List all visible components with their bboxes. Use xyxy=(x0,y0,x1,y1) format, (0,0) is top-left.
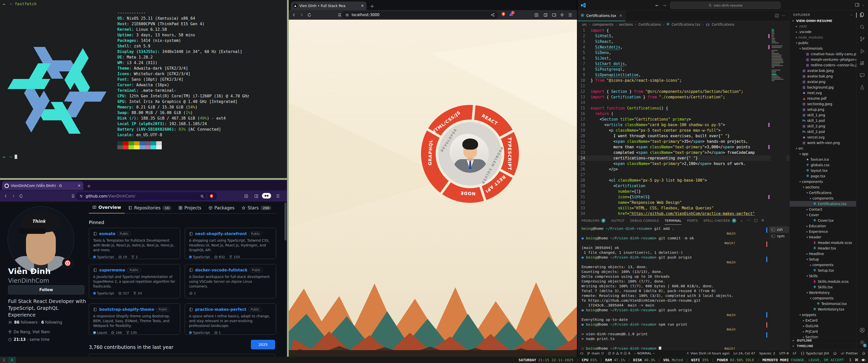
extension-icon[interactable]: 1 xyxy=(509,12,514,16)
timeline-section[interactable]: ▸TIMELINE xyxy=(790,343,856,349)
explorer-folder-snippets[interactable]: ▾snippets xyxy=(790,312,856,318)
code-line[interactable]: 21 <span className="text-primary">35</sp… xyxy=(578,139,789,144)
code-line[interactable]: 9 SiOpenapiinitiative, xyxy=(578,72,789,78)
portfolio-tab[interactable]: Vien Dinh • Full Stack Rea ✕ xyxy=(291,1,367,10)
code-editor[interactable]: 1import {2 SiHtml5,3 SiReact,4 SiNextdot… xyxy=(578,28,789,216)
code-line[interactable]: 12import { Section } from "@src/componen… xyxy=(578,89,789,94)
reading-mode-icon[interactable] xyxy=(533,11,540,19)
profile-tab-overview[interactable]: Overview xyxy=(89,205,125,213)
panel-tab-spell-checker[interactable]: SPELL CHECKER6 xyxy=(704,219,736,223)
sidebar-icon[interactable] xyxy=(541,11,549,19)
explorer-folder-certifications[interactable]: ▾Certifications xyxy=(790,190,856,196)
code-line[interactable]: 19 <p className="px-5 text-center prose … xyxy=(578,128,789,133)
explorer-file-sectionbg-jpeg[interactable]: ▨sectionbg.jpeg xyxy=(790,101,856,107)
code-line[interactable]: 32 name="Responsive Web Design" xyxy=(578,200,789,205)
explorer-folder-public[interactable]: ▾public xyxy=(790,40,856,46)
explorer-file-creative-haus-billy-canu-png[interactable]: ▨creative-haus--billy-canu.png xyxy=(790,51,856,57)
explorer-file-workhistory-tsx[interactable]: WorkHistory.tsx xyxy=(790,306,856,312)
feedback-icon[interactable] xyxy=(833,352,837,355)
explorer-file-skill-2-psd[interactable]: Psskill_2.psd xyxy=(790,129,856,134)
profile-tab-stars[interactable]: Stars268 xyxy=(238,205,275,213)
explorer-file-vercel-svg[interactable]: ◆vercel.svg xyxy=(790,134,856,140)
explorer-folder-contact[interactable]: ▸Contact xyxy=(790,207,856,212)
workspace-1[interactable]: 1 xyxy=(0,357,8,363)
panel-tab-problems[interactable]: PROBLEMS6 xyxy=(582,219,606,223)
code-line[interactable]: 20 I went through countless exercises, b… xyxy=(578,133,789,139)
code-line[interactable]: 34 href="https://github.com/VienDinhCom/… xyxy=(578,211,789,216)
menu-icon[interactable] xyxy=(274,192,282,200)
explorer-folder--next[interactable]: ▸.next xyxy=(790,24,856,29)
reload-icon[interactable] xyxy=(305,11,313,19)
explorer-folder-setup[interactable]: ▾Setup xyxy=(790,257,856,262)
forward-icon[interactable] xyxy=(9,192,17,200)
github-scrollbar[interactable] xyxy=(284,203,286,240)
back-icon[interactable] xyxy=(290,11,298,19)
profile-tab-projects[interactable]: Projects xyxy=(175,205,205,213)
menu-icon[interactable] xyxy=(566,11,574,19)
panel-tab-ports[interactable]: PORTS xyxy=(687,219,698,223)
panel-tab-terminal[interactable]: TERMINAL xyxy=(664,216,681,225)
activitybar-scm-icon[interactable] xyxy=(860,36,865,43)
explorer-file-morph-ventures-phalgun-raju-j-[interactable]: ▨morph-ventures--phalgun-raju.j... xyxy=(790,57,856,62)
year-2025-button[interactable]: 2025 xyxy=(251,340,275,350)
workspace-3[interactable]: 3 xyxy=(8,357,16,363)
code-line[interactable]: 17 <Section title="Certifications" prima… xyxy=(578,117,789,122)
explorer-folder-src[interactable]: ▾src xyxy=(790,145,856,151)
explorer-file-favicon-ico[interactable]: ★favicon.ico xyxy=(790,157,856,162)
explorer-file-next-svg[interactable]: ◆next.svg xyxy=(790,90,856,96)
code-line[interactable]: 4 SiNextdotjs, xyxy=(578,44,789,50)
code-line[interactable]: 24 certifications—representing over{" "} xyxy=(578,155,789,161)
explorer-folder-prjcard[interactable]: ▸PrjCard xyxy=(790,329,856,334)
site-settings-icon[interactable] xyxy=(79,194,83,198)
code-line[interactable]: 1import { xyxy=(578,28,789,33)
portfolio-urlbar[interactable]: localhost:3000 xyxy=(342,11,498,19)
layout-chevron-icon[interactable]: ⌄ xyxy=(862,3,865,6)
profile-tab-packages[interactable]: Packages xyxy=(205,205,238,213)
code-line[interactable]: 3 SiReact, xyxy=(578,39,789,44)
minimap[interactable] xyxy=(771,28,786,216)
nav-back-icon[interactable]: ← xyxy=(653,1,661,9)
code-line[interactable]: 16 return ( xyxy=(578,111,789,117)
sidebar-icon[interactable] xyxy=(252,192,260,200)
repo-link[interactable]: supermemo xyxy=(99,268,125,272)
explorer-folder-cover[interactable]: ▾Cover xyxy=(790,212,856,218)
activitybar-debug-icon[interactable] xyxy=(860,48,865,55)
explorer-file-skills-module-scss[interactable]: §Skills.module.scss xyxy=(790,279,856,284)
code-line[interactable]: 8 SiPostgresql, xyxy=(578,67,789,72)
explorer-folder-education[interactable]: ▸Education xyxy=(790,223,856,229)
terminal-session-zsh[interactable]: >_zsh xyxy=(769,226,789,233)
cursor-position[interactable]: Ln 24, Col 47 xyxy=(734,352,755,355)
repo-link[interactable]: docker-vscode-fullstack xyxy=(195,268,248,272)
code-line[interactable]: 33 skills="HTML, CSS, Flexbox, Media Que… xyxy=(578,205,789,211)
editor-actions-icon[interactable]: ⋯ xyxy=(781,13,785,18)
code-line[interactable]: 6 SiJest, xyxy=(578,56,789,61)
code-line[interactable]: 18 <article className="card bg-base-100 … xyxy=(578,122,789,128)
code-line[interactable]: 2 SiHtml5, xyxy=(578,33,789,39)
blame-status[interactable]: Vien Dinh (4 hours ago) xyxy=(686,352,730,355)
explorer-file-avatar-png[interactable]: ▨avatar.png xyxy=(790,79,856,85)
code-line[interactable]: 31 icon={SiHtml5} xyxy=(578,194,789,200)
repo-link[interactable]: practice-makes-perfect xyxy=(195,307,246,312)
forward-icon[interactable] xyxy=(298,11,305,19)
reload-icon[interactable] xyxy=(17,192,25,200)
follow-button[interactable]: Follow xyxy=(8,285,84,294)
activitybar-files-icon[interactable] xyxy=(860,12,865,19)
fastfetch-terminal-window[interactable]: → ~ fastfetch ------------OS: NixOS 25.1… xyxy=(0,0,287,178)
brave-shield-icon[interactable] xyxy=(501,12,505,16)
explorer-file-avatar-bak-jpeg[interactable]: ▨avatar.bak.jpeg xyxy=(790,68,856,73)
explorer-folder-components[interactable]: ▾components xyxy=(790,295,856,301)
layout-toggle-icon[interactable] xyxy=(855,2,860,7)
code-line[interactable]: 28 <ul className="px-5 py-3 list bg-base… xyxy=(578,177,789,183)
new-tab-button[interactable]: + xyxy=(370,3,374,9)
code-line[interactable]: 10} from "@icons-pack/react-simple-icons… xyxy=(578,78,789,83)
repo-link[interactable]: bootstrap-shopify-theme xyxy=(99,307,154,312)
explorer-file-skills-tsx[interactable]: Skills.tsx xyxy=(790,284,856,290)
share-icon[interactable] xyxy=(491,13,495,17)
explorer-file-work-with-vien-png[interactable]: ▨work-with-vien.png xyxy=(790,140,856,145)
code-line[interactable]: 7 SiChart dotjs, xyxy=(578,61,789,67)
editor-tab-certifications[interactable]: Certifications.tsx ✕ xyxy=(578,10,625,21)
explorer-file-setup-tsx[interactable]: Setup.tsx xyxy=(790,268,856,273)
code-line[interactable]: 26 </p> xyxy=(578,166,789,172)
code-line[interactable]: 13import { Certification } from "./compo… xyxy=(578,94,789,100)
breadcrumbs[interactable]: src›components›sections›Certifications›C… xyxy=(578,21,789,28)
